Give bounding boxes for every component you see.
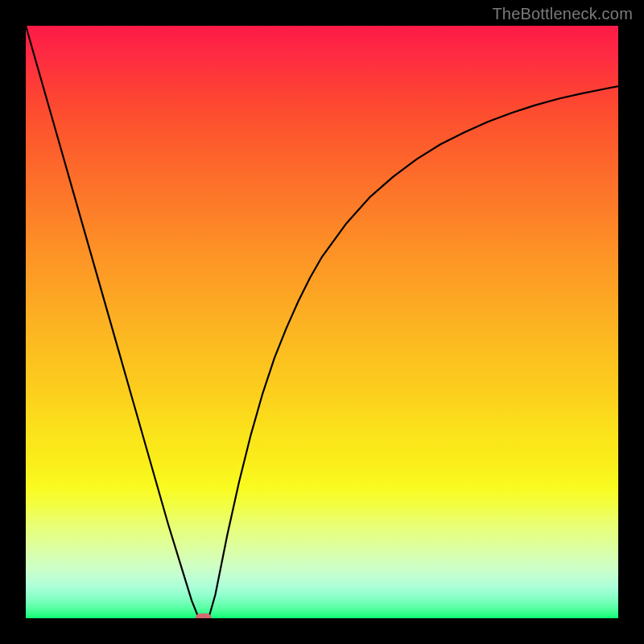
svg-rect-0 bbox=[196, 613, 212, 618]
watermark-text: TheBottleneck.com bbox=[492, 5, 633, 23]
plot-area bbox=[26, 26, 618, 618]
bottleneck-curve bbox=[26, 26, 618, 618]
chart-container: TheBottleneck.com bbox=[0, 0, 644, 644]
min-marker bbox=[196, 613, 212, 618]
curve-layer bbox=[26, 26, 618, 618]
